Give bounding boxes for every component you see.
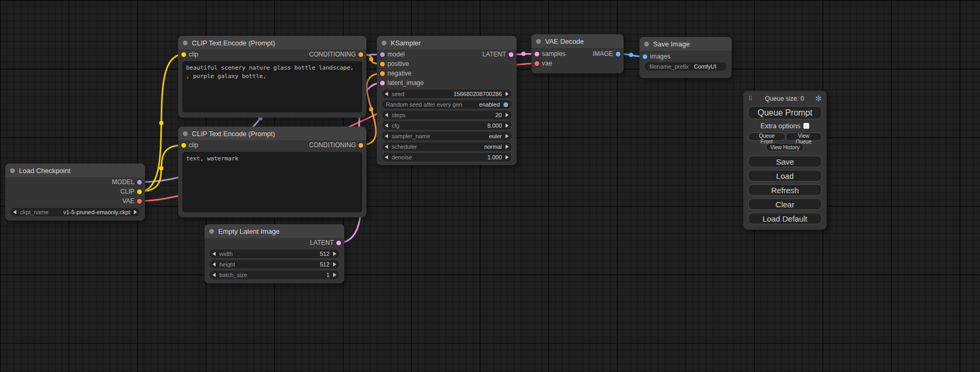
slot-negative-input[interactable] xyxy=(380,71,385,76)
decrement-arrow-icon[interactable] xyxy=(212,262,216,266)
random-seed-toggle[interactable]: Random seed after every gen enabled xyxy=(382,100,511,109)
collapse-dot-icon[interactable] xyxy=(536,39,541,44)
decrement-arrow-icon[interactable] xyxy=(212,273,216,277)
slot-clip-input[interactable] xyxy=(181,52,186,57)
slot-latent-image-input[interactable] xyxy=(380,81,385,85)
toggle-dot-icon[interactable] xyxy=(503,102,508,107)
extra-options-row: Extra options xyxy=(748,122,822,130)
settings-gear-icon[interactable]: ✻ xyxy=(815,94,822,103)
clear-button[interactable]: Clear xyxy=(748,198,822,210)
increment-arrow-icon[interactable] xyxy=(333,262,336,266)
slot-clip-output[interactable] xyxy=(137,189,142,194)
widget-value: v1-5-pruned-emaonly.ckpt xyxy=(63,209,130,215)
slot-conditioning-output[interactable] xyxy=(358,143,363,148)
slot-conditioning-output[interactable] xyxy=(358,52,363,57)
collapse-dot-icon[interactable] xyxy=(209,229,214,234)
decrement-arrow-icon[interactable] xyxy=(385,123,388,128)
next-arrow-icon[interactable] xyxy=(506,145,509,149)
widget-value: 512 xyxy=(320,261,329,268)
slot-latent-output[interactable] xyxy=(336,241,341,245)
slot-samples-input[interactable] xyxy=(535,52,539,56)
slot-vae-output[interactable] xyxy=(137,199,142,204)
load-default-button[interactable]: Load Default xyxy=(748,213,822,224)
toggle-label: Random seed after every gen xyxy=(386,101,462,108)
node-vae-decode[interactable]: VAE Decode samples IMAGE vae xyxy=(531,34,624,73)
seed-widget[interactable]: seed 156680208700286 xyxy=(382,90,511,98)
collapse-dot-icon[interactable] xyxy=(10,168,15,173)
increment-arrow-icon[interactable] xyxy=(333,252,336,256)
node-title-bar[interactable]: VAE Decode xyxy=(531,34,624,48)
collapse-dot-icon[interactable] xyxy=(382,41,386,45)
queue-prompt-button[interactable]: Queue Prompt xyxy=(748,106,822,119)
slot-positive-input[interactable] xyxy=(380,62,385,66)
next-arrow-icon[interactable] xyxy=(506,134,509,138)
wire-midpoint-dot xyxy=(159,166,163,170)
decrement-arrow-icon[interactable] xyxy=(385,92,388,96)
node-title: Empty Latent Image xyxy=(218,227,279,235)
positive-prompt-input[interactable]: beautiful scenery nature glass bottle la… xyxy=(182,61,362,112)
refresh-button[interactable]: Refresh xyxy=(748,184,822,196)
sampler-name-widget[interactable]: sampler_name euler xyxy=(382,132,511,140)
slot-model-output[interactable] xyxy=(137,180,142,185)
node-clip-text-encode-negative[interactable]: CLIP Text Encode (Prompt) clip CONDITION… xyxy=(178,127,366,217)
queue-menu-panel[interactable]: ⠿ Queue size: 0 ✻ Queue Prompt Extra opt… xyxy=(743,91,827,230)
prev-arrow-icon[interactable] xyxy=(385,145,388,149)
prev-arrow-icon[interactable] xyxy=(13,210,16,214)
node-title-bar[interactable]: Load Checkpoint xyxy=(5,164,145,177)
view-queue-button[interactable]: View Queue xyxy=(785,132,822,141)
widget-value: 8.000 xyxy=(487,122,502,129)
batch-size-widget[interactable]: batch_size 1 xyxy=(210,271,339,279)
widget-value: 512 xyxy=(320,251,329,257)
node-title-bar[interactable]: Save Image xyxy=(639,37,732,51)
collapse-dot-icon[interactable] xyxy=(644,42,649,46)
node-title-bar[interactable]: CLIP Text Encode (Prompt) xyxy=(178,127,366,140)
negative-prompt-input[interactable]: text, watermark xyxy=(182,152,362,212)
node-clip-text-encode-positive[interactable]: CLIP Text Encode (Prompt) clip CONDITION… xyxy=(178,36,366,118)
slot-clip-input[interactable] xyxy=(181,143,186,148)
prev-arrow-icon[interactable] xyxy=(385,134,388,138)
node-title-bar[interactable]: KSampler xyxy=(377,36,517,50)
decrement-arrow-icon[interactable] xyxy=(212,252,216,256)
increment-arrow-icon[interactable] xyxy=(333,273,336,277)
scheduler-widget[interactable]: scheduler normal xyxy=(382,142,511,151)
node-title-bar[interactable]: Empty Latent Image xyxy=(205,224,344,238)
drag-handle-icon[interactable]: ⠿ xyxy=(748,95,753,102)
view-history-button[interactable]: View History xyxy=(766,143,803,151)
increment-arrow-icon[interactable] xyxy=(506,92,509,96)
increment-arrow-icon[interactable] xyxy=(506,113,509,117)
input-label: model xyxy=(387,51,405,58)
steps-widget[interactable]: steps 20 xyxy=(382,111,511,119)
node-save-image[interactable]: Save Image images filename_prefix ComfyU… xyxy=(639,37,732,78)
decrement-arrow-icon[interactable] xyxy=(385,155,388,159)
slot-vae-input[interactable] xyxy=(535,61,539,66)
filename-prefix-widget[interactable]: filename_prefix ComfyUI xyxy=(645,62,726,71)
collapse-dot-icon[interactable] xyxy=(183,131,188,136)
increment-arrow-icon[interactable] xyxy=(506,155,509,159)
collapse-dot-icon[interactable] xyxy=(183,41,188,45)
output-label: LATENT xyxy=(482,51,506,58)
wire-midpoint-dot xyxy=(521,52,526,56)
node-title-bar[interactable]: CLIP Text Encode (Prompt) xyxy=(178,36,366,50)
denoise-widget[interactable]: denoise 1.000 xyxy=(382,153,511,161)
height-widget[interactable]: height 512 xyxy=(210,260,339,269)
output-label: IMAGE xyxy=(593,50,613,58)
slot-row: positive xyxy=(377,59,517,69)
decrement-arrow-icon[interactable] xyxy=(385,113,388,117)
widget-label: cfg xyxy=(392,122,400,129)
load-button[interactable]: Load xyxy=(748,170,822,182)
slot-latent-output[interactable] xyxy=(509,52,513,57)
node-empty-latent-image[interactable]: Empty Latent Image LATENT width 512 heig… xyxy=(205,224,344,283)
next-arrow-icon[interactable] xyxy=(134,210,137,214)
save-button[interactable]: Save xyxy=(748,156,822,167)
width-widget[interactable]: width 512 xyxy=(210,250,339,258)
slot-image-output[interactable] xyxy=(616,52,620,56)
queue-front-button[interactable]: Queue Front xyxy=(748,132,785,141)
slot-images-input[interactable] xyxy=(643,54,647,59)
cfg-widget[interactable]: cfg 8.000 xyxy=(382,121,511,130)
extra-options-checkbox[interactable] xyxy=(803,123,809,129)
slot-model-input[interactable] xyxy=(380,52,385,57)
ckpt-name-widget[interactable]: ckpt_name v1-5-pruned-emaonly.ckpt xyxy=(11,208,140,216)
node-ksampler[interactable]: KSampler model LATENT positive negative … xyxy=(377,36,517,165)
node-load-checkpoint[interactable]: Load Checkpoint MODEL CLIP VAE ckpt_name… xyxy=(5,164,145,221)
increment-arrow-icon[interactable] xyxy=(506,123,509,128)
